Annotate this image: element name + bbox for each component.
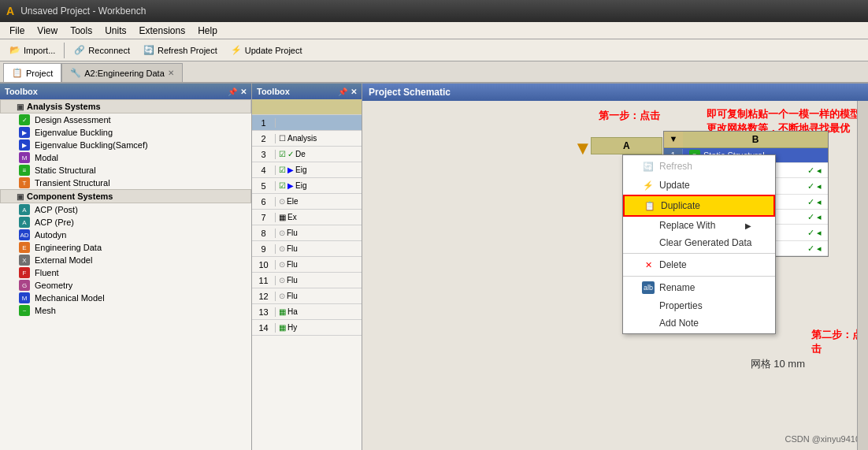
menu-file[interactable]: File [3, 24, 31, 38]
toolbox-close-btn[interactable]: ✕ [240, 87, 247, 96]
b-cell-status: ✓ ◂ [801, 180, 828, 193]
tab-engineering-data[interactable]: 🔧 A2:Engineering Data ✕ [61, 63, 183, 82]
menu-tools[interactable]: Tools [64, 24, 98, 38]
table-row[interactable]: 4 ☑▶ Eig [252, 162, 362, 178]
section-analysis-systems-label: Analysis Systems [27, 102, 101, 111]
table-row[interactable]: 8 ⊙ Flu [252, 225, 362, 241]
tab-engineering-close[interactable]: ✕ [168, 69, 174, 77]
item-eigenvalue-buckling-samcef[interactable]: ▶ Eigenvalue Buckling(Samcef) [0, 139, 251, 151]
update-project-button[interactable]: ⚡ Update Project [224, 41, 308, 60]
item-acp-post[interactable]: A ACP (Post) [0, 203, 251, 216]
ctx-delete-label: Delete [659, 259, 687, 270]
ctx-separator [623, 253, 775, 254]
ctx-replace-with[interactable]: Replace With ▶ [623, 217, 775, 234]
toolbar: 📂 Import... 🔗 Reconnect 🔄 Refresh Projec… [0, 39, 868, 61]
section-component-collapse-icon: ▣ [17, 192, 24, 201]
ctx-add-note[interactable]: Add Note [623, 314, 775, 332]
ctx-properties-label: Properties [659, 300, 703, 311]
menu-extensions[interactable]: Extensions [133, 24, 192, 38]
tab-project[interactable]: 📋 Project [3, 63, 61, 82]
item-geometry[interactable]: G Geometry [0, 279, 251, 292]
menu-help[interactable]: Help [191, 24, 224, 38]
table-row[interactable]: 6 ⊙ Ele [252, 194, 362, 210]
ctx-rename[interactable]: alb Rename [623, 278, 775, 297]
toolbox-content-left: ▣ Analysis Systems ✓ Design Assessment ▶… [0, 99, 251, 450]
table-row[interactable]: 11 ⊙ Flu [252, 273, 362, 288]
toolbox-pin-btn-right[interactable]: 📌 [338, 87, 347, 96]
table-row[interactable]: 5 ☑▶ Eig [252, 178, 362, 194]
table-a-header: A [591, 137, 662, 154]
panel-b-toggle[interactable]: ▼ [664, 132, 683, 147]
ctx-clear-label: Clear Generated Data [659, 237, 751, 248]
transient-structural-icon: T [19, 177, 30, 188]
ctx-rename-label: Rename [659, 282, 695, 293]
tab-bar: 📋 Project 🔧 A2:Engineering Data ✕ [0, 61, 868, 84]
item-acp-pre[interactable]: A ACP (Pre) [0, 216, 251, 229]
toolbox-title-right: Toolbox [257, 87, 290, 96]
item-mechanical-model[interactable]: M Mechanical Model [0, 292, 251, 304]
acp-post-icon: A [19, 204, 30, 215]
eigenvalue-buckling-icon: ▶ [19, 127, 30, 138]
arrow-indicator: ▼ [573, 137, 592, 159]
section-analysis-systems[interactable]: ▣ Analysis Systems [0, 99, 251, 113]
ctx-properties[interactable]: Properties [623, 297, 775, 314]
item-fluent[interactable]: F Fluent [0, 266, 251, 279]
item-eigenvalue-buckling[interactable]: ▶ Eigenvalue Buckling [0, 126, 251, 139]
b-cell-status: ✓ ◂ [801, 242, 828, 255]
ctx-update[interactable]: ⚡ Update [623, 176, 775, 195]
table-row[interactable]: 9 ⊙ Flu [252, 241, 362, 257]
menu-view[interactable]: View [31, 24, 64, 38]
table-row[interactable]: 12 ⊙ Flu [252, 288, 362, 304]
geometry-icon: G [19, 280, 30, 291]
ctx-delete[interactable]: ✕ Delete [623, 255, 775, 274]
item-design-assessment[interactable]: ✓ Design Assessment [0, 113, 251, 126]
ctx-duplicate[interactable]: 📋 Duplicate [623, 195, 775, 217]
ctx-duplicate-label: Duplicate [661, 200, 700, 211]
ctx-refresh[interactable]: 🔄 Refresh [623, 157, 775, 176]
section-component-systems-label: Component Systems [27, 192, 113, 201]
table-row[interactable]: 2 ☐ Analysis [252, 131, 362, 147]
toolbox-close-btn-right[interactable]: ✕ [351, 87, 357, 96]
reconnect-button[interactable]: 🔗 Reconnect [68, 41, 135, 60]
mesh-note: 网格 10 mm [751, 357, 805, 371]
tab-engineering-icon: 🔧 [70, 68, 81, 78]
item-modal[interactable]: M Modal [0, 151, 251, 164]
item-mesh[interactable]: ~ Mesh [0, 304, 251, 317]
ctx-refresh-label: Refresh [659, 161, 692, 172]
item-static-structural[interactable]: ≡ Static Structural [0, 164, 251, 177]
section-component-systems[interactable]: ▣ Component Systems [0, 189, 251, 203]
ctx-clear[interactable]: Clear Generated Data [623, 234, 775, 251]
import-button[interactable]: 📂 Import... [3, 41, 61, 60]
panel-b-header: ▼ B [664, 132, 828, 148]
ctx-replace-arrow: ▶ [745, 221, 751, 230]
project-scrollbar[interactable] [857, 101, 868, 450]
item-transient-structural[interactable]: T Transient Structural [0, 177, 251, 189]
ctx-refresh-icon: 🔄 [642, 160, 655, 173]
section-collapse-icon: ▣ [17, 102, 24, 111]
table-row[interactable]: 10 ⊙ Flu [252, 257, 362, 273]
menu-units[interactable]: Units [98, 24, 132, 38]
project-schematic-title: Project Schematic [369, 87, 451, 98]
main-content: Toolbox 📌 ✕ ▣ Analysis Systems ✓ Design … [0, 84, 868, 450]
table-row[interactable]: 13 ▦ Ha [252, 304, 362, 320]
static-structural-icon: ≡ [19, 165, 30, 176]
table-row[interactable]: 7 ▦ Ex [252, 210, 362, 225]
item-external-model[interactable]: X External Model [0, 254, 251, 266]
item-engineering-data[interactable]: E Engineering Data [0, 241, 251, 254]
table-col-header [252, 99, 362, 115]
toolbox-header-buttons-right: 📌 ✕ [338, 87, 357, 96]
item-autodyn[interactable]: AD Autodyn [0, 229, 251, 241]
table-row[interactable]: 1 [252, 115, 362, 131]
csdn-watermark: CSDN @xinyu9410 [785, 434, 860, 444]
refresh-project-button[interactable]: 🔄 Refresh Project [137, 41, 223, 60]
table-row[interactable]: 3 ☑✓ De [252, 147, 362, 162]
ctx-duplicate-icon: 📋 [644, 199, 656, 212]
toolbox-pin-btn[interactable]: 📌 [228, 87, 237, 96]
tab-engineering-label: A2:Engineering Data [84, 69, 165, 78]
panel-b-title: B [683, 132, 828, 147]
table-row[interactable]: 14 ▦ Hy [252, 320, 362, 336]
toolbox-header-left: Toolbox 📌 ✕ [0, 84, 251, 99]
toolbox-content-right: 1 2 ☐ Analysis 3 ☑✓ De 4 ☑▶ Eig 5 ☑▶ Eig… [252, 99, 362, 450]
context-menu: 🔄 Refresh ⚡ Update 📋 Duplicate Replace W… [622, 154, 776, 334]
toolbar-separator [64, 43, 65, 58]
